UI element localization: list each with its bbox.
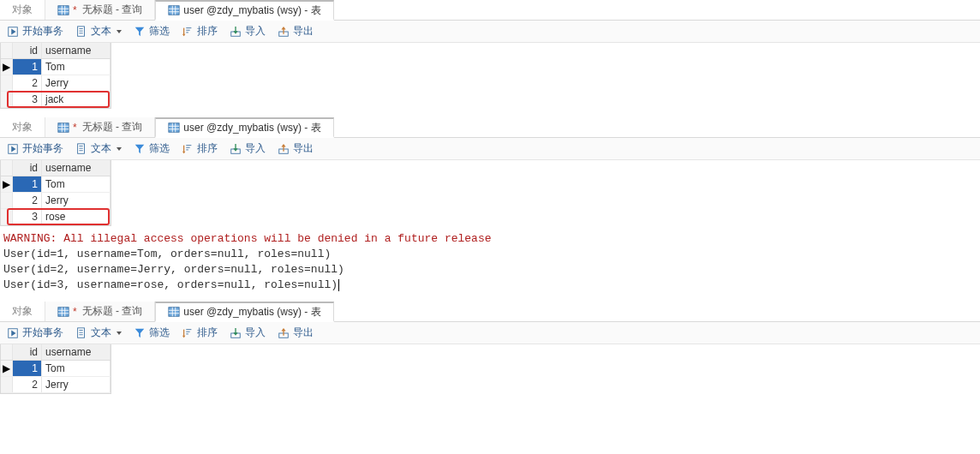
tab-user-table[interactable]: user @zdy_mybatis (wsy) - 表 (155, 117, 333, 138)
tab-label: user @zdy_mybatis (wsy) - 表 (183, 3, 320, 18)
table-row[interactable]: ▶1Tom (1, 59, 111, 75)
row-gutter-header (1, 160, 13, 176)
column-header-username[interactable]: username (42, 344, 111, 360)
console-line: User(id=3, username=rose, orders=null, r… (3, 278, 977, 293)
tab-user-table[interactable]: user @zdy_mybatis (wsy) - 表 (155, 302, 333, 322)
table-row[interactable]: 2Jerry (1, 75, 111, 92)
table-row[interactable]: ▶1Tom (1, 361, 111, 377)
cell-id[interactable]: 1 (13, 361, 42, 376)
tab-user-table[interactable]: user @zdy_mybatis (wsy) - 表 (155, 0, 333, 21)
tab-strip: 对象 * 无标题 - 查询 user @zdy_mybatis (wsy) - … (0, 117, 980, 138)
dirty-indicator: * (73, 306, 77, 318)
cell-id[interactable]: 1 (13, 176, 42, 192)
cell-username[interactable]: Tom (42, 176, 111, 192)
data-grid[interactable]: id username ▶1Tom2Jerry3jack (0, 43, 111, 109)
text-cursor (338, 279, 339, 291)
cell-username[interactable]: Jerry (42, 377, 111, 392)
sort-icon (182, 26, 194, 38)
table-row[interactable]: ▶1Tom (1, 176, 111, 193)
row-gutter: ▶ (1, 59, 13, 75)
document-icon (75, 26, 87, 38)
tab-label: 无标题 - 查询 (82, 120, 143, 134)
cell-id[interactable]: 3 (13, 209, 42, 224)
button-label: 导入 (245, 326, 266, 340)
export-button[interactable]: 导出 (278, 141, 314, 156)
import-button[interactable]: 导入 (230, 326, 266, 340)
filter-button[interactable]: 筛选 (134, 141, 170, 156)
table-row[interactable]: 3jack (1, 92, 111, 108)
dirty-indicator: * (73, 122, 77, 134)
text-button[interactable]: 文本 (75, 24, 122, 39)
export-icon (278, 26, 290, 38)
filter-button[interactable]: 筛选 (134, 24, 170, 39)
console-line: User(id=1, username=Tom, orders=null, ro… (3, 247, 977, 262)
tab-untitled-query[interactable]: * 无标题 - 查询 (45, 0, 155, 20)
cell-username[interactable]: Jerry (42, 75, 111, 91)
column-header-id[interactable]: id (13, 160, 42, 176)
begin-transaction-button[interactable]: 开始事务 (7, 326, 63, 340)
import-icon (230, 26, 242, 38)
tab-strip: 对象 * 无标题 - 查询 user @zdy_mybatis (wsy) - … (0, 302, 980, 322)
import-button[interactable]: 导入 (230, 141, 266, 156)
tab-objects[interactable]: 对象 (0, 0, 45, 20)
table-row[interactable]: 3rose (1, 209, 111, 225)
cell-id[interactable]: 2 (13, 75, 42, 91)
export-button[interactable]: 导出 (278, 326, 314, 340)
button-label: 文本 (91, 141, 111, 156)
row-gutter (1, 92, 13, 107)
sort-button[interactable]: 排序 (182, 326, 218, 340)
sort-icon (182, 143, 194, 155)
sort-icon (182, 327, 194, 339)
text-button[interactable]: 文本 (75, 326, 122, 340)
play-icon (7, 327, 19, 339)
cell-username[interactable]: jack (42, 92, 111, 107)
cell-username[interactable]: Tom (42, 59, 111, 75)
tab-untitled-query[interactable]: * 无标题 - 查询 (45, 117, 155, 137)
cell-username[interactable]: Jerry (42, 193, 111, 208)
toolbar: 开始事务 文本 筛选 排序 导入 导出 (0, 21, 980, 43)
begin-transaction-button[interactable]: 开始事务 (7, 141, 63, 156)
table-icon (57, 4, 69, 16)
text-button[interactable]: 文本 (75, 141, 122, 156)
cell-id[interactable]: 2 (13, 193, 42, 208)
cell-id[interactable]: 2 (13, 377, 42, 392)
table-row[interactable]: 2Jerry (1, 193, 111, 209)
column-header-id[interactable]: id (13, 344, 42, 360)
chevron-down-icon (117, 147, 122, 151)
column-header-username[interactable]: username (42, 160, 111, 176)
tab-objects[interactable]: 对象 (0, 117, 45, 137)
table-row[interactable]: 2Jerry (1, 377, 111, 393)
filter-button[interactable]: 筛选 (134, 326, 170, 340)
cell-id[interactable]: 1 (13, 59, 42, 75)
column-header-id[interactable]: id (13, 43, 42, 58)
button-label: 筛选 (149, 24, 170, 39)
row-gutter: ▶ (1, 361, 13, 376)
export-button[interactable]: 导出 (278, 24, 314, 39)
begin-transaction-button[interactable]: 开始事务 (7, 24, 63, 39)
data-grid[interactable]: id username ▶1Tom2Jerry3rose (0, 160, 111, 226)
db-panel-1: 对象 * 无标题 - 查询 user @zdy_mybatis (wsy) - … (0, 0, 980, 109)
row-gutter-header (1, 344, 13, 360)
play-icon (7, 143, 19, 155)
console-output: WARNING: All illegal access operations w… (0, 226, 980, 293)
button-label: 开始事务 (22, 141, 63, 156)
data-grid[interactable]: id username ▶1Tom2Jerry (0, 344, 111, 394)
tab-label: 对象 (12, 120, 33, 134)
sort-button[interactable]: 排序 (182, 24, 218, 39)
import-button[interactable]: 导入 (230, 24, 266, 39)
toolbar: 开始事务 文本 筛选 排序 导入 导出 (0, 322, 980, 344)
tab-label: 对象 (12, 3, 33, 17)
button-label: 排序 (197, 24, 218, 39)
import-icon (230, 143, 242, 155)
cell-username[interactable]: rose (42, 209, 111, 224)
cell-id[interactable]: 3 (13, 92, 42, 107)
button-label: 导出 (293, 326, 314, 340)
tab-untitled-query[interactable]: * 无标题 - 查询 (45, 302, 155, 321)
cell-username[interactable]: Tom (42, 361, 111, 376)
db-panel-2: 对象 * 无标题 - 查询 user @zdy_mybatis (wsy) - … (0, 117, 980, 293)
tab-objects[interactable]: 对象 (0, 302, 45, 321)
column-header-username[interactable]: username (42, 43, 111, 58)
funnel-icon (134, 143, 146, 155)
tab-strip: 对象 * 无标题 - 查询 user @zdy_mybatis (wsy) - … (0, 0, 980, 21)
sort-button[interactable]: 排序 (182, 141, 218, 156)
